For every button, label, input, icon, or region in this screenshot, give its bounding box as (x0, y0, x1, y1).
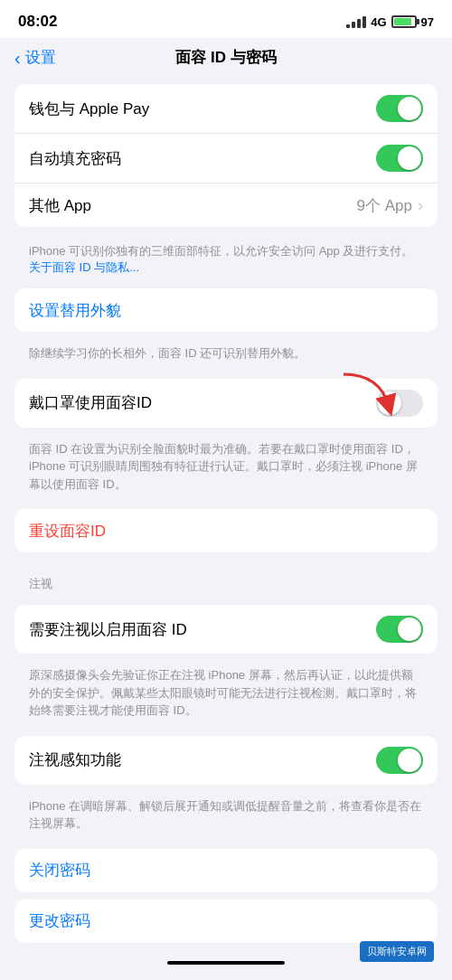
back-label: 设置 (25, 47, 56, 68)
mask-faceid-label: 戴口罩使用面容ID (29, 392, 152, 413)
page-title: 面容 ID 与密码 (175, 47, 276, 68)
network-label: 4G (371, 15, 386, 29)
close-password-row[interactable]: 关闭密码 (14, 849, 438, 892)
setup-alt-label: 设置替用外貌 (29, 300, 121, 321)
battery-icon (391, 15, 417, 28)
wallet-row[interactable]: 钱包与 Apple Pay (14, 84, 438, 134)
change-password-label: 更改密码 (29, 910, 90, 931)
close-password-group: 关闭密码 (14, 849, 438, 892)
faceid-description: iPhone 可识别你独有的三维面部特征，以允许安全访问 App 及进行支付。 … (0, 234, 452, 281)
faceid-privacy-link[interactable]: 关于面容 ID 与隐私... (29, 260, 139, 274)
status-icons: 4G 97 (346, 15, 434, 29)
change-password-group: 更改密码 (14, 900, 438, 943)
attention-aware-desc: iPhone 在调暗屏幕、解锁后展开通知或调低提醒音量之前，将查看你是否在注视屏… (0, 792, 452, 842)
autofill-label: 自动填充密码 (29, 148, 121, 169)
attention-group-label: 注视 (0, 560, 452, 598)
change-password-row[interactable]: 更改密码 (14, 900, 438, 943)
other-app-chevron-icon: › (418, 196, 423, 215)
watermark: 贝斯特安卓网 (360, 941, 434, 962)
other-app-label: 其他 App (29, 195, 91, 216)
top-settings-group: 钱包与 Apple Pay 自动填充密码 其他 App 9个 App › (14, 84, 438, 227)
reset-faceid-label: 重设面容ID (29, 521, 106, 542)
require-attention-toggle[interactable] (376, 616, 423, 643)
attention-aware-label: 注视感知功能 (29, 749, 121, 770)
autofill-row[interactable]: 自动填充密码 (14, 134, 438, 184)
setup-alt-desc: 除继续学习你的长相外，面容 ID 还可识别替用外貌。 (0, 339, 452, 372)
setup-alt-group: 设置替用外貌 (14, 288, 438, 332)
attention-aware-row[interactable]: 注视感知功能 (14, 736, 438, 785)
signal-icon (346, 16, 366, 28)
close-password-label: 关闭密码 (29, 860, 90, 881)
status-time: 08:02 (18, 13, 57, 31)
reset-faceid-row[interactable]: 重设面容ID (14, 509, 438, 552)
wallet-label: 钱包与 Apple Pay (29, 99, 149, 119)
attention-aware-toggle[interactable] (376, 747, 423, 774)
require-attention-label: 需要注视以启用面容 ID (29, 619, 187, 640)
wallet-toggle[interactable] (376, 95, 423, 122)
require-attention-row[interactable]: 需要注视以启用面容 ID (14, 605, 438, 654)
require-attention-group: 需要注视以启用面容 ID (14, 605, 438, 654)
status-bar: 08:02 4G 97 (0, 0, 452, 38)
back-chevron-icon: ‹ (14, 49, 21, 67)
battery-label: 97 (421, 15, 434, 29)
mask-desc: 面容 ID 在设置为识别全脸面貌时最为准确。若要在戴口罩时使用面容 ID，iPh… (0, 435, 452, 503)
nav-bar: ‹ 设置 面容 ID 与密码 (0, 38, 452, 77)
other-app-value: 9个 App (357, 195, 412, 216)
other-app-row[interactable]: 其他 App 9个 App › (14, 184, 438, 227)
home-indicator (167, 961, 285, 965)
require-attention-desc: 原深感摄像头会先验证你正在注视 iPhone 屏幕，然后再认证，以此提供额外的安… (0, 661, 452, 729)
mask-section-container: 戴口罩使用面容ID (0, 379, 452, 428)
attention-aware-group: 注视感知功能 (14, 736, 438, 785)
other-app-right: 9个 App › (357, 195, 423, 216)
red-arrow-annotation (325, 370, 398, 428)
autofill-toggle[interactable] (376, 145, 423, 172)
faceid-desc-text: iPhone 可识别你独有的三维面部特征，以允许安全访问 App 及进行支付。 (29, 244, 413, 258)
back-button[interactable]: ‹ 设置 (14, 47, 56, 68)
reset-faceid-group: 重设面容ID (14, 509, 438, 552)
setup-alt-row[interactable]: 设置替用外貌 (14, 288, 438, 332)
